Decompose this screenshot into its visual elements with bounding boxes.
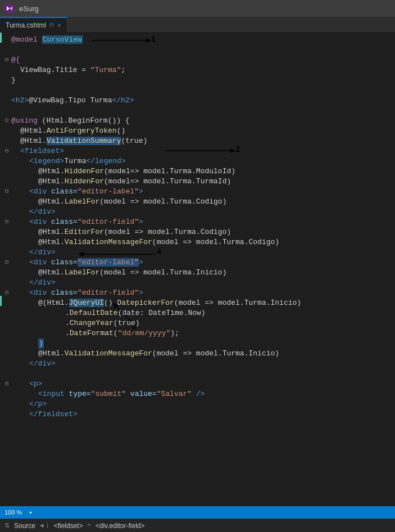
source-label[interactable]: Source: [12, 521, 38, 531]
code-line-legend: <legend>Turma</legend>: [2, 156, 395, 166]
code-line-labelfor-codigo: @Html.LabelFor(model => model.Turma.Codi…: [2, 197, 395, 207]
code-line-1: @model CursoView 1: [2, 35, 395, 45]
collapse-toggle-at[interactable]: ⊟: [2, 55, 11, 65]
code-content[interactable]: @model CursoView 1 ⊟ @{ ViewBag.Title =: [0, 33, 395, 506]
collapse-toggle-p[interactable]: ⊟: [2, 379, 11, 389]
code-line-editorfor-codigo: @Html.EditorFor(model => model.Turma.Cod…: [2, 227, 395, 237]
code-line-enddiv-1: </div>: [2, 207, 395, 217]
zoom-level[interactable]: 100 %: [4, 509, 22, 516]
status-bar: 100 % ▾: [0, 506, 395, 519]
collapse-toggle-using[interactable]: ⊟: [2, 116, 11, 126]
code-line-end-fieldset: </fieldset>: [2, 409, 395, 420]
code-line-at-brace: ⊟ @{: [2, 55, 395, 65]
breadcrumb-bar: ⇅ Source ◄ | <fieldset> > <div.editor-fi…: [0, 519, 395, 532]
code-line-validationmsg-inicio: @Html.ValidationMessageFor(model => mode…: [2, 349, 395, 359]
code-line-h2: <h2>@ViewBag.Tipo Turma</h2>: [2, 96, 395, 106]
code-line-viewbag: ViewBag.Title = "Turma";: [2, 65, 395, 75]
breadcrumb-item-fieldset[interactable]: <fieldset>: [52, 521, 85, 531]
code-line-labelfor-inicio: @Html.LabelFor(model => model.Turma.Inic…: [2, 268, 395, 278]
source-arrow-icon: ⇅: [4, 522, 10, 529]
collapse-toggle-editorfield2[interactable]: ⊟: [2, 288, 11, 298]
breadcrumb-separator-1: |: [46, 522, 49, 529]
breadcrumb-nav-icon[interactable]: ◄: [40, 522, 44, 529]
tab-pin-icon: ⊓: [49, 22, 54, 28]
code-area: @model CursoView 1 ⊟ @{ ViewBag.Title =: [0, 33, 395, 506]
vs-logo: [4, 3, 15, 13]
title-bar: eSurg: [0, 0, 395, 17]
tab-filename: Turma.cshtml: [6, 21, 46, 29]
code-line-changeyear: .ChangeYear(true): [2, 318, 395, 328]
code-line-empty-4: [2, 369, 395, 379]
collapse-toggle-1[interactable]: [2, 35, 11, 45]
code-line-hiddenfor-modulo: @Html.HiddenFor(model=> model.Turma.Modu…: [2, 166, 395, 177]
code-line-input-submit: <input type="submit" value="Salvar" />: [2, 389, 395, 399]
code-line-p: ⊟ <p>: [2, 379, 395, 389]
code-line-close-paren: ): [2, 339, 395, 349]
collapse-toggle-editorlabel1[interactable]: ⊟: [2, 187, 11, 197]
code-line-validation-summary: @Html.ValidationSummary(true) 2: [2, 136, 395, 146]
file-tab[interactable]: Turma.cshtml ⊓ ×: [0, 17, 67, 32]
code-line-hiddenfor-turma: @Html.HiddenFor(model=> model.Turma.Turm…: [2, 177, 395, 187]
code-line-div-editor-label-2: ⊟ <div class="editor-label">: [2, 258, 395, 268]
code-line-using: ⊟ @using (Html.BeginForm()) {: [2, 116, 395, 126]
code-line-enddiv-3: </div>: [2, 278, 395, 288]
zoom-dropdown[interactable]: ▾: [29, 509, 33, 516]
app-title: eSurg: [19, 4, 39, 13]
breadcrumb-item-div[interactable]: <div.editor-field>: [93, 521, 147, 531]
collapse-toggle-editorlabel2[interactable]: ⊟: [2, 258, 11, 268]
code-line-validationmsg-codigo: @Html.ValidationMessageFor(model => mode…: [2, 237, 395, 247]
code-line-close-brace: }: [2, 75, 395, 85]
code-line-enddiv-4: </div>: [2, 359, 395, 369]
code-line-jqueryui: @(Html.JQueryUI().DatepickerFor(model =>…: [2, 298, 395, 308]
code-line-empty-3: [2, 106, 395, 116]
collapse-toggle-fieldset[interactable]: ⊟: [2, 146, 11, 156]
tab-bar: Turma.cshtml ⊓ ×: [0, 17, 395, 33]
code-line-div-editor-label-1: ⊟ <div class="editor-label">: [2, 187, 395, 197]
tab-close-icon[interactable]: ×: [57, 22, 61, 29]
code-line-endp: </p>: [2, 399, 395, 409]
source-button[interactable]: ⇅ Source: [4, 521, 38, 531]
code-line-empty-1: [2, 45, 395, 55]
code-line-div-editor-field-1: ⊟ <div class="editor-field">: [2, 217, 395, 227]
code-line-enddiv-2: </div> 4: [2, 247, 395, 258]
collapse-toggle-editorfield1[interactable]: ⊟: [2, 217, 11, 227]
code-line-fieldset: ⊟ <fieldset>: [2, 146, 395, 156]
code-line-div-editor-field-2: ⊟ <div class="editor-field">: [2, 288, 395, 298]
breadcrumb-separator-2: >: [88, 522, 91, 529]
code-line-antiforgery: @Html.AntiForgeryToken(): [2, 126, 395, 136]
code-line-empty-2: [2, 85, 395, 96]
code-line-dateformat: .DateFormat("dd/mm/yyyy");: [2, 328, 395, 339]
code-line-defaultdate: .DefaultDate(date: DateTime.Now): [2, 308, 395, 318]
